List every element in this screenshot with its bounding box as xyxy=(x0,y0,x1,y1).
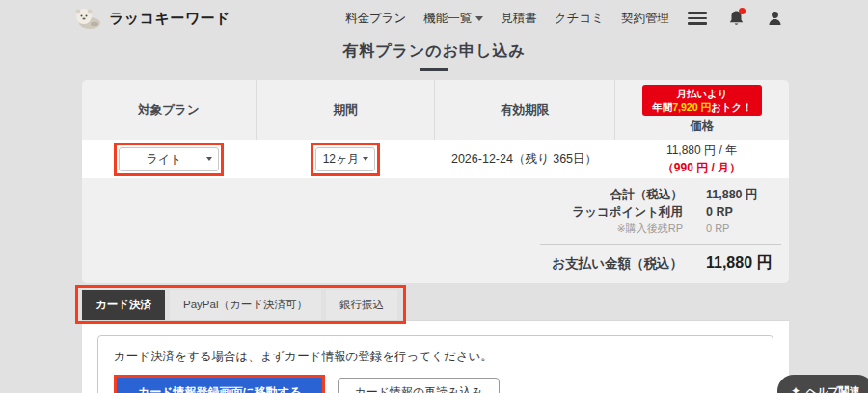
notification-bell-icon[interactable] xyxy=(725,8,746,29)
help-floating-button[interactable]: ✦ ヘルプ関連 xyxy=(777,375,868,393)
nav-contract[interactable]: 契約管理 xyxy=(621,11,669,27)
top-bar: ラッコキーワード 料金プラン 機能一覧 見積書 クチコミ 契約管理 xyxy=(0,0,868,37)
page-head: 有料プランのお申し込み xyxy=(0,41,868,71)
help-floating-label: ヘルプ関連 xyxy=(806,384,860,393)
period-cell: 12ヶ月 xyxy=(256,140,434,178)
summary-divider xyxy=(540,244,781,245)
title-underline xyxy=(420,68,448,71)
plan-select[interactable]: ライト xyxy=(119,147,219,171)
notification-dot xyxy=(739,8,746,14)
user-account-icon[interactable] xyxy=(764,8,785,29)
chevron-down-icon xyxy=(475,16,483,21)
col-header-period: 期間 xyxy=(256,80,434,140)
card-buttons-row: カード情報登録画面に移動する カード情報の再読み込み xyxy=(114,375,757,393)
period-select-annotation: 12ヶ月 xyxy=(311,143,380,176)
chevron-down-icon xyxy=(206,157,212,161)
col-header-expiration: 有効期限 xyxy=(434,80,614,140)
order-summary: 合計（税込） 11,880 円 ラッコポイント利用 0 RP ※購入後残RP 0… xyxy=(82,178,789,282)
primary-button-annotation: カード情報登録画面に移動する xyxy=(114,375,325,393)
nav-pricing[interactable]: 料金プラン xyxy=(345,11,406,27)
summary-row-subtotal: 合計（税込） 11,880 円 xyxy=(82,186,781,203)
card-payment-panel: カード決済をする場合は、まずカード情報の登録を行ってください。 カード情報登録画… xyxy=(82,320,789,393)
summary-row-total: お支払い金額（税込） 11,880 円 xyxy=(82,251,781,274)
card-registration-box: カード決済をする場合は、まずカード情報の登録を行ってください。 カード情報登録画… xyxy=(97,335,773,393)
plan-card: 対象プラン 期間 有効期限 月払いより 年間7,920 円おトク！ 価格 ライト xyxy=(82,80,789,283)
price-col-label: 価格 xyxy=(691,118,715,135)
page-title: 有料プランのお申し込み xyxy=(0,41,868,62)
hamburger-menu-icon[interactable] xyxy=(687,8,708,29)
summary-row-points: ラッコポイント利用 0 RP xyxy=(82,203,781,221)
payment-tabs: カード決済 PayPal（カード決済可） 銀行振込 xyxy=(82,290,397,320)
main-nav: 料金プラン 機能一覧 見積書 クチコミ 契約管理 xyxy=(345,8,785,29)
payment-tabs-wrap: カード決済 PayPal（カード決済可） 銀行振込 xyxy=(82,290,397,320)
card-instruction-text: カード決済をする場合は、まずカード情報の登録を行ってください。 xyxy=(114,349,757,365)
tab-paypal[interactable]: PayPal（カード決済可） xyxy=(170,290,321,320)
tab-bank-transfer[interactable]: 銀行振込 xyxy=(326,290,397,320)
nav-features[interactable]: 機能一覧 xyxy=(423,11,483,27)
plan-table-row: ライト 12ヶ月 2026-12-24（残り 365日） 11,880 円 / … xyxy=(82,140,789,178)
brand-logo[interactable]: ラッコキーワード xyxy=(73,7,231,30)
price-per-year: 11,880 円 / 年 xyxy=(663,142,741,159)
col-header-plan: 対象プラン xyxy=(82,80,256,140)
price-per-month: （990 円 / 月） xyxy=(663,159,741,176)
reload-card-info-button[interactable]: カード情報の再読み込み xyxy=(338,378,499,393)
nav-reviews[interactable]: クチコミ xyxy=(555,11,604,27)
col-header-price: 月払いより 年間7,920 円おトク！ 価格 xyxy=(614,80,789,140)
chevron-down-icon xyxy=(363,157,368,161)
plan-cell: ライト xyxy=(82,140,256,178)
plan-select-annotation: ライト xyxy=(114,143,224,176)
tab-card-payment[interactable]: カード決済 xyxy=(82,290,165,320)
main-content: 対象プラン 期間 有効期限 月払いより 年間7,920 円おトク！ 価格 ライト xyxy=(82,80,789,393)
otter-logo-icon xyxy=(73,7,102,30)
expiration-cell: 2026-12-24（残り 365日） xyxy=(434,140,614,178)
sparkle-icon: ✦ xyxy=(791,384,800,393)
summary-row-remaining-points: ※購入後残RP 0 RP xyxy=(82,222,781,237)
brand-name: ラッコキーワード xyxy=(109,10,231,28)
plan-table-header: 対象プラン 期間 有効期限 月払いより 年間7,920 円おトク！ 価格 xyxy=(82,80,789,140)
price-cell: 11,880 円 / 年 （990 円 / 月） xyxy=(614,140,789,178)
go-to-card-registration-button[interactable]: カード情報登録画面に移動する xyxy=(117,378,322,393)
period-select[interactable]: 12ヶ月 xyxy=(315,147,375,171)
discount-badge: 月払いより 年間7,920 円おトク！ xyxy=(642,85,761,116)
nav-quotation[interactable]: 見積書 xyxy=(501,11,537,27)
